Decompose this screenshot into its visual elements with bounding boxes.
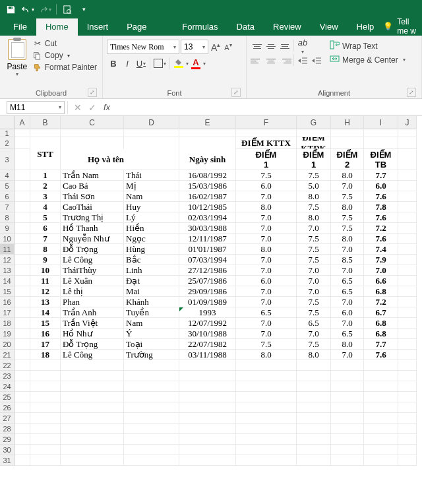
cell[interactable] (15, 276, 30, 286)
cell[interactable] (15, 381, 30, 392)
align-right-button[interactable] (278, 54, 291, 67)
cell[interactable] (398, 234, 417, 244)
row-header[interactable]: 13 (0, 265, 15, 276)
cell[interactable] (15, 244, 30, 255)
cell[interactable] (364, 413, 398, 424)
row-header[interactable]: 6 (0, 191, 15, 202)
col-header-J[interactable]: J (398, 116, 417, 129)
cell[interactable] (15, 297, 30, 307)
align-bottom-button[interactable] (278, 40, 291, 53)
cell[interactable]: Ý (124, 329, 179, 339)
cell[interactable]: 7.0 (236, 212, 297, 223)
cell[interactable]: 01'01/1987 (179, 244, 236, 255)
cell[interactable] (331, 402, 364, 413)
cell[interactable]: 7.0 (331, 181, 364, 191)
cell[interactable]: 7.8 (364, 202, 398, 212)
cell[interactable] (398, 137, 417, 149)
cell[interactable]: 6.8 (364, 329, 398, 339)
cell[interactable] (236, 455, 297, 466)
cell[interactable] (236, 445, 297, 455)
cell[interactable]: Lê thị (61, 286, 124, 297)
font-color-button[interactable]: A (189, 57, 202, 70)
cell[interactable] (364, 445, 398, 455)
cell[interactable]: 7.5 (297, 170, 331, 181)
cell[interactable]: 7.6 (364, 350, 398, 360)
cell[interactable]: Ngọc (124, 234, 179, 244)
cell[interactable]: 30/10/1988 (179, 329, 236, 339)
cell[interactable] (297, 371, 331, 381)
cell[interactable] (15, 202, 30, 212)
cell[interactable] (364, 402, 398, 413)
cell[interactable] (398, 455, 417, 466)
copy-button[interactable]: Copy▾ (32, 50, 98, 61)
cell[interactable] (398, 223, 417, 234)
cell[interactable]: 7.0 (236, 329, 297, 339)
row-header[interactable]: 25 (0, 392, 15, 402)
cell[interactable]: 8.0 (236, 244, 297, 255)
align-top-button[interactable] (251, 40, 264, 53)
cell[interactable]: 8.0 (236, 350, 297, 360)
cell[interactable]: 9 (30, 255, 61, 265)
align-middle-button[interactable] (264, 40, 278, 53)
cell[interactable] (15, 434, 30, 445)
redo-icon[interactable]: ▾ (37, 1, 53, 17)
cell[interactable]: Lê Công (61, 350, 124, 360)
col-header-E[interactable]: E (179, 116, 236, 129)
cell[interactable] (30, 434, 61, 445)
cell[interactable] (398, 392, 417, 402)
increase-font-icon[interactable]: A▴ (210, 42, 222, 53)
row-header[interactable]: 24 (0, 381, 15, 392)
row-header[interactable]: 12 (0, 255, 15, 265)
cell[interactable]: 8.5 (331, 255, 364, 265)
cell[interactable] (331, 413, 364, 424)
cell[interactable] (364, 392, 398, 402)
cell[interactable] (236, 413, 297, 424)
cell[interactable] (398, 244, 417, 255)
cell[interactable]: 17 (30, 339, 61, 350)
cell[interactable]: 7.0 (236, 297, 297, 307)
cut-button[interactable]: ✂Cut (32, 38, 98, 49)
cell[interactable]: 16 (30, 329, 61, 339)
cell[interactable]: 7.0 (331, 244, 364, 255)
paste-button[interactable]: Paste ▾ (4, 37, 30, 88)
cell[interactable]: Trần Anh (61, 307, 124, 318)
cell[interactable]: 1993 (179, 307, 236, 318)
cell[interactable]: Toại (124, 339, 179, 350)
cell[interactable] (179, 392, 236, 402)
cell[interactable] (398, 129, 417, 137)
cell[interactable] (15, 329, 30, 339)
cell[interactable] (179, 137, 236, 149)
cell[interactable] (124, 129, 179, 137)
cell[interactable] (398, 276, 417, 286)
cell[interactable]: 4 (30, 202, 61, 212)
row-header[interactable]: 20 (0, 339, 15, 350)
row-header[interactable]: 16 (0, 297, 15, 307)
cell[interactable]: Trần Nam (61, 170, 124, 181)
cell[interactable] (179, 381, 236, 392)
cell[interactable]: 7.0 (297, 329, 331, 339)
row-header[interactable]: 22 (0, 360, 15, 371)
cell[interactable]: Đỗ Trọng (61, 339, 124, 350)
cell[interactable] (398, 212, 417, 223)
cell[interactable] (15, 255, 30, 265)
cell[interactable] (398, 297, 417, 307)
cell[interactable]: 6.6 (364, 276, 398, 286)
cell[interactable] (398, 339, 417, 350)
cell[interactable]: 7.0 (236, 234, 297, 244)
tab-insert[interactable]: Insert (78, 18, 118, 36)
cell[interactable] (30, 129, 61, 137)
cell[interactable]: Lý (124, 212, 179, 223)
cell[interactable] (297, 413, 331, 424)
undo-icon[interactable]: ▾ (20, 1, 36, 17)
cell[interactable]: 5.0 (297, 181, 331, 191)
cell[interactable]: 10/12/1985 (179, 202, 236, 212)
cell[interactable]: 6.7 (364, 307, 398, 318)
cell[interactable] (61, 445, 124, 455)
row-header[interactable]: 19 (0, 329, 15, 339)
tab-home[interactable]: Home (36, 18, 78, 36)
cell[interactable]: 7.0 (297, 265, 331, 276)
cell[interactable] (15, 234, 30, 244)
cell[interactable]: 6.5 (236, 307, 297, 318)
select-all-corner[interactable] (0, 116, 15, 129)
name-box[interactable]: M11▾ (7, 101, 65, 114)
